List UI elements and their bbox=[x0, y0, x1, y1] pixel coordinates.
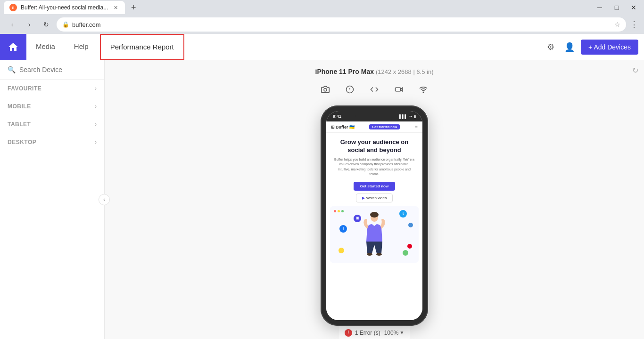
reload-button[interactable]: ↻ bbox=[40, 18, 53, 31]
device-title: iPhone 11 Pro Max (1242 x 2688 | 6.5 in) bbox=[315, 60, 434, 81]
device-toolbar bbox=[317, 81, 432, 98]
svg-point-6 bbox=[423, 92, 424, 93]
sidebar-section-favourite-header[interactable]: FAVOURITE › bbox=[0, 80, 104, 97]
back-button[interactable]: ‹ bbox=[6, 18, 19, 31]
buffer-icon-small: ⊞ bbox=[354, 215, 361, 222]
zoom-indicator: 100% ▼ bbox=[384, 330, 405, 336]
sidebar-toggle-button[interactable]: ‹ bbox=[99, 194, 110, 205]
sidebar-section-mobile: MOBILE › bbox=[0, 97, 104, 115]
sidebar: 🔍 FAVOURITE › MOBILE › bbox=[0, 60, 105, 339]
battery-icon: ▮ bbox=[414, 114, 416, 119]
lock-icon: 🔒 bbox=[62, 21, 69, 28]
search-input[interactable] bbox=[19, 66, 97, 73]
tab-title: Buffer: All-you-need social media... bbox=[21, 4, 108, 11]
tab-close-btn[interactable]: ✕ bbox=[112, 4, 119, 11]
social-icon-green bbox=[403, 250, 408, 256]
chevron-right-icon-tablet: › bbox=[95, 121, 97, 128]
social-icon-yellow bbox=[339, 248, 344, 253]
buffer-hero-section: Grow your audience on social and beyond … bbox=[326, 133, 422, 206]
buffer-logo: ⊞ Buffer 🇺🇦 bbox=[331, 125, 355, 129]
sidebar-section-tablet: TABLET › bbox=[0, 115, 104, 133]
settings-icon: ⚙ bbox=[547, 42, 554, 52]
buffer-cta-button[interactable]: Get started now bbox=[369, 124, 400, 129]
svg-rect-4 bbox=[396, 88, 401, 91]
svg-point-10 bbox=[376, 253, 382, 256]
add-devices-button[interactable]: + Add Devices bbox=[581, 40, 638, 55]
device-preview-area: iPhone 11 Pro Max (1242 x 2688 | 6.5 in)… bbox=[105, 60, 644, 339]
device-specs: (1242 x 2688 | 6.5 in) bbox=[376, 68, 434, 75]
screenshot-button[interactable] bbox=[317, 81, 334, 98]
collapse-icon: ‹ bbox=[103, 196, 105, 203]
inspect-button[interactable] bbox=[341, 81, 358, 98]
nav-item-help[interactable]: Help bbox=[65, 34, 98, 60]
browser-tab[interactable]: B Buffer: All-you-need social media... ✕ bbox=[4, 1, 125, 14]
forward-button[interactable]: › bbox=[23, 18, 36, 31]
section-title-favourite: FAVOURITE bbox=[8, 85, 41, 92]
phone-time: 9:41 bbox=[333, 114, 341, 119]
network-button[interactable] bbox=[415, 81, 432, 98]
wifi-icon: 〜 bbox=[409, 114, 413, 119]
phone-screen-container: 9:41 ▌▌▌ 〜 ▮ bbox=[326, 111, 422, 320]
tab-favicon: B bbox=[9, 4, 17, 11]
phone-frame: 9:41 ▌▌▌ 〜 ▮ bbox=[321, 105, 428, 326]
svg-point-9 bbox=[367, 253, 372, 256]
hero-primary-button[interactable]: Get started now bbox=[354, 182, 395, 191]
pinterest-icon bbox=[407, 244, 412, 249]
svg-point-0 bbox=[324, 89, 327, 91]
profile-button[interactable]: 👤 bbox=[562, 40, 577, 55]
twitter-icon: t bbox=[399, 210, 407, 218]
hero-secondary-button[interactable]: ▶ Watch video bbox=[356, 194, 393, 202]
svg-point-8 bbox=[370, 212, 379, 218]
zoom-dropdown-icon[interactable]: ▼ bbox=[399, 330, 404, 335]
sidebar-section-tablet-header[interactable]: TABLET › bbox=[0, 115, 104, 133]
buffer-logo-text: Buffer bbox=[336, 125, 348, 129]
social-icon-blue bbox=[408, 223, 413, 227]
new-tab-button[interactable]: + bbox=[127, 1, 140, 14]
buffer-navbar: ⊞ Buffer 🇺🇦 Get started now ≡ bbox=[326, 121, 422, 133]
sidebar-section-desktop: DESKTOP › bbox=[0, 133, 104, 151]
refresh-preview-button[interactable]: ↻ bbox=[632, 66, 638, 75]
sidebar-section-favourite: FAVOURITE › bbox=[0, 80, 104, 97]
section-title-desktop: DESKTOP bbox=[8, 139, 36, 145]
profile-icon: 👤 bbox=[564, 42, 575, 52]
nav-item-media[interactable]: Media bbox=[26, 34, 65, 60]
device-frame-wrapper: 9:41 ▌▌▌ 〜 ▮ bbox=[105, 105, 644, 326]
play-icon: ▶ bbox=[362, 196, 365, 200]
section-title-tablet: TABLET bbox=[8, 121, 31, 128]
signal-icon: ▌▌▌ bbox=[399, 114, 407, 119]
facebook-icon: f bbox=[339, 225, 347, 233]
code-button[interactable] bbox=[366, 81, 383, 98]
chevron-right-icon: › bbox=[95, 85, 97, 92]
chevron-right-icon-mobile: › bbox=[95, 103, 97, 110]
record-button[interactable] bbox=[390, 81, 407, 98]
maximize-button[interactable]: □ bbox=[610, 1, 623, 14]
sidebar-section-desktop-header[interactable]: DESKTOP › bbox=[0, 133, 104, 151]
error-indicator: ! 1 Error (s) bbox=[345, 329, 380, 337]
buffer-menu-icon[interactable]: ≡ bbox=[415, 124, 418, 129]
ukraine-flag: 🇺🇦 bbox=[349, 125, 355, 129]
address-bar[interactable]: 🔒 buffer.com ☆ bbox=[57, 17, 626, 32]
phone-status-icons: ▌▌▌ 〜 ▮ bbox=[399, 114, 416, 119]
minimize-button[interactable]: ─ bbox=[593, 1, 606, 14]
status-bar: ! 1 Error (s) 100% ▼ bbox=[339, 326, 410, 339]
hero-description: Buffer helps you build an audience organ… bbox=[334, 157, 415, 177]
search-icon: 🔍 bbox=[8, 66, 16, 73]
home-icon bbox=[8, 41, 19, 53]
refresh-icon: ↻ bbox=[632, 66, 638, 74]
device-name: iPhone 11 Pro Max bbox=[315, 68, 374, 75]
chevron-right-icon-desktop: › bbox=[95, 139, 97, 145]
bookmark-icon[interactable]: ☆ bbox=[614, 21, 620, 28]
settings-button[interactable]: ⚙ bbox=[543, 40, 558, 55]
search-container: 🔍 bbox=[0, 60, 104, 80]
nav-item-performance[interactable]: Performance Report bbox=[100, 34, 184, 60]
buffer-illustration: f t ⊞ bbox=[330, 206, 419, 263]
top-navbar: Media Help Performance Report ⚙ 👤 + Add … bbox=[0, 34, 644, 60]
browser-menu-button[interactable]: ⋮ bbox=[630, 19, 638, 30]
home-button[interactable] bbox=[0, 34, 26, 60]
url-text: buffer.com bbox=[72, 21, 611, 28]
zoom-level: 100% bbox=[384, 330, 399, 336]
error-text: 1 Error (s) bbox=[355, 330, 380, 336]
phone-status-bar: 9:41 ▌▌▌ 〜 ▮ bbox=[326, 111, 422, 121]
close-button[interactable]: ✕ bbox=[627, 1, 640, 14]
sidebar-section-mobile-header[interactable]: MOBILE › bbox=[0, 97, 104, 115]
